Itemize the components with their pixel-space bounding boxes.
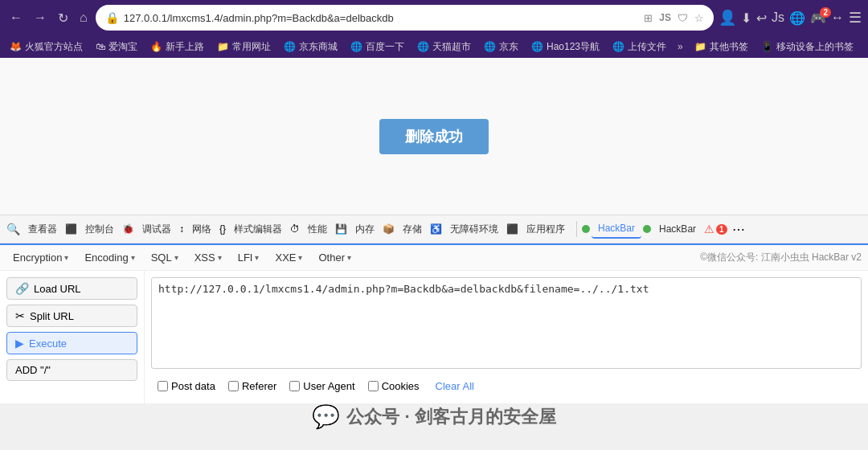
clear-all-button[interactable]: Clear All [432,378,477,394]
error-icon: ⚠ [704,223,714,235]
profile-icon[interactable]: 👤 [719,9,736,27]
xss-label: XSS [194,252,215,264]
menu-encoding[interactable]: Encoding ▾ [78,248,141,267]
devtools-app[interactable]: 应用程序 [520,219,571,239]
history-back-icon[interactable]: ↩ [756,10,767,26]
devtools-style[interactable]: 样式编辑器 [227,219,289,239]
storage-icon: 📦 [383,223,395,235]
sync-icon[interactable]: ↔ [831,10,844,25]
referer-checkbox-group[interactable]: Referer [228,380,276,392]
user-agent-label: User Agent [303,380,354,392]
separator-1 [576,221,577,237]
cookies-checkbox[interactable] [368,381,379,391]
post-data-checkbox-group[interactable]: Post data [158,380,215,392]
style-icon: {} [219,223,226,235]
extensions-icon[interactable]: ⊞ [644,12,653,24]
home-button[interactable]: ⌂ [76,7,91,28]
back-button[interactable]: ← [6,7,26,28]
bookmark-baidu[interactable]: 🌐 百度一下 [347,39,407,55]
bookmark-common[interactable]: 📁 常用网址 [214,39,274,55]
add-slash-button[interactable]: ADD "/" [6,359,137,381]
execute-button[interactable]: ▶ Execute [6,332,137,354]
split-url-button[interactable]: ✂ Split URL [6,305,137,327]
debugger-icon: 🐞 [122,223,134,235]
hackbar1-status-dot [582,225,590,233]
lfi-label: LFI [238,252,253,264]
hackbar-left: 🔗 Load URL ✂ Split URL ▶ Execute ADD "/" [0,271,145,403]
devtools-storage[interactable]: 存储 [396,219,428,239]
sql-label: SQL [151,252,172,264]
bookmark-tmall[interactable]: 🌐 天猫超市 [414,39,474,55]
user-agent-checkbox-group[interactable]: User Agent [289,380,354,392]
more-icon[interactable]: ⋯ [732,222,745,237]
referer-label: Referer [242,380,276,392]
url-input[interactable] [124,12,640,24]
bookmark-mobile[interactable]: 📱 移动设备上的书签 [758,39,857,55]
hackbar-menu: Encryption ▾ Encoding ▾ SQL ▾ XSS ▾ LFI … [0,245,868,271]
url-textarea[interactable] [151,277,862,369]
xxe-label: XXE [275,252,296,264]
load-url-label: Load URL [34,283,81,295]
extension-icon[interactable]: 🎮 2 [810,10,826,26]
theme-icon[interactable]: 🌐 [789,10,805,26]
devtools-bar: 🔍 查看器 ⬛ 控制台 🐞 调试器 ↕ 网络 {} 样式编辑器 ⏱ 性能 💾 内… [0,215,868,243]
network-icon: ↕ [179,223,184,235]
bookmark-jd[interactable]: 🌐 京东商城 [280,39,341,55]
devtools-inspector[interactable]: 查看器 [22,219,63,239]
hackbar-footer: Post data Referer User Agent Cookies C [151,375,862,397]
post-data-checkbox[interactable] [158,381,168,391]
forward-button[interactable]: → [31,7,50,28]
hackbar2-status-dot [643,225,651,233]
devtools-hackbar2[interactable]: HackBar [653,220,702,238]
menu-lfi[interactable]: LFI ▾ [231,248,266,267]
devtools-perf[interactable]: 性能 [301,219,334,239]
menu-encryption[interactable]: Encryption ▾ [6,248,75,267]
js-icon[interactable]: JS [659,12,671,23]
menu-other[interactable]: Other ▾ [312,248,358,267]
page-area: 删除成功 [0,58,868,215]
referer-checkbox[interactable] [228,381,239,391]
devtools-debugger[interactable]: 调试器 [136,219,178,239]
bookmark-star-icon[interactable]: ☆ [694,12,704,24]
bookmark-newbie[interactable]: 🔥 新手上路 [147,39,207,55]
devtools-a11y[interactable]: 无障碍环境 [444,219,505,239]
error-badge: 1 [716,224,727,235]
hackbar-right: Post data Referer User Agent Cookies C [145,271,868,403]
bookmark-other[interactable]: 📁 其他书签 [691,39,751,55]
devtools-hackbar1[interactable]: HackBar [592,219,641,239]
console-icon: ⬛ [65,223,77,235]
perf-icon: ⏱ [290,223,300,235]
bookmark-jd2[interactable]: 🌐 京东 [481,39,522,55]
refresh-button[interactable]: ↻ [55,7,72,29]
bookmark-taobao[interactable]: 🛍 爱淘宝 [92,39,141,55]
xxe-arrow: ▾ [298,253,302,262]
user-agent-checkbox[interactable] [289,381,300,391]
other-arrow: ▾ [347,253,351,262]
hackbar-body: 🔗 Load URL ✂ Split URL ▶ Execute ADD "/" [0,271,868,403]
devtools-memory[interactable]: 内存 [349,219,381,239]
load-url-button[interactable]: 🔗 Load URL [6,277,137,300]
menu-xss[interactable]: XSS ▾ [188,248,228,267]
watermark-text: ©微信公众号: 江南小虫虫 HackBar v2 [700,251,862,264]
sql-arrow: ▾ [174,253,178,262]
devtools-console[interactable]: 控制台 [79,219,121,239]
execute-icon: ▶ [15,337,24,350]
split-url-label: Split URL [30,310,74,322]
devtools-network[interactable]: 网络 [186,219,218,239]
bookmark-huhu[interactable]: 🦊 火狐官方站点 [6,39,86,55]
encoding-label: Encoding [84,252,128,264]
bookmark-hao123[interactable]: 🌐 Hao123导航 [528,39,603,55]
bookmark-upload[interactable]: 🌐 上传文件 [609,39,669,55]
browser-content: 删除成功 🔍 查看器 ⬛ 控制台 🐞 调试器 ↕ 网络 {} 样式编辑器 ⏱ 性… [0,58,868,430]
menu-sql[interactable]: SQL ▾ [145,248,185,267]
devtools-icon[interactable]: Js [772,10,784,25]
nav-bar: ← → ↻ ⌂ 🔒 ⊞ JS 🛡 ☆ 👤 ⬇ ↩ Js 🌐 🎮 2 ↔ ☰ [0,0,868,35]
cookies-checkbox-group[interactable]: Cookies [368,380,420,392]
menu-icon[interactable]: ☰ [849,9,862,27]
download-icon[interactable]: ⬇ [741,10,751,26]
other-label: Other [318,252,345,264]
address-icons: ⊞ JS 🛡 ☆ [644,12,704,24]
menu-xxe[interactable]: XXE ▾ [268,248,309,267]
watermark-text: 公众号 · 剑客古月的安全屋 [346,405,555,429]
shield-icon[interactable]: 🛡 [678,12,688,24]
